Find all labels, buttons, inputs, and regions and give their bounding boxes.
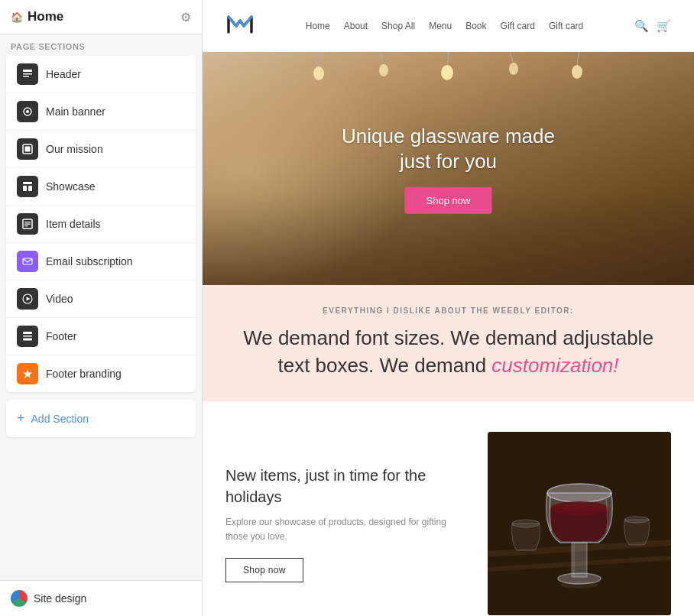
svg-line-27 bbox=[510, 52, 514, 64]
svg-point-30 bbox=[572, 65, 582, 79]
footer-section-label: Footer bbox=[46, 330, 76, 342]
svg-line-23 bbox=[380, 52, 384, 66]
svg-marker-16 bbox=[27, 297, 31, 301]
footer-section-icon bbox=[17, 326, 38, 347]
showcase-shop-now-button[interactable]: Shop now bbox=[225, 558, 303, 582]
item-details-section-label: Item details bbox=[46, 218, 101, 230]
preview-logo bbox=[225, 11, 255, 41]
nav-link-gift-card-2[interactable]: Gift card bbox=[549, 21, 583, 31]
sidebar-item-video[interactable]: Video bbox=[6, 280, 196, 318]
footer-branding-section-icon bbox=[17, 363, 38, 384]
sidebar-item-header[interactable]: Header bbox=[6, 56, 196, 93]
footer-branding-section-label: Footer branding bbox=[46, 368, 122, 380]
sidebar-header: 🏠 Home ⚙ bbox=[0, 0, 202, 34]
svg-rect-12 bbox=[24, 224, 31, 225]
showcase-title: New items, just in time for theholidays bbox=[225, 465, 465, 507]
svg-line-25 bbox=[447, 52, 449, 67]
sidebar-item-item-details[interactable]: Item details bbox=[6, 206, 196, 243]
nav-link-menu[interactable]: Menu bbox=[429, 21, 452, 31]
svg-marker-20 bbox=[23, 369, 32, 378]
our-mission-section-label: Our mission bbox=[46, 143, 103, 155]
gear-icon[interactable]: ⚙ bbox=[180, 10, 191, 24]
sections-label: PAGE SECTIONS bbox=[0, 34, 202, 56]
nav-link-about[interactable]: About bbox=[344, 21, 368, 31]
nav-link-gift-card-1[interactable]: Gift card bbox=[501, 21, 535, 31]
sidebar: 🏠 Home ⚙ PAGE SECTIONS Header Main banne… bbox=[0, 0, 203, 616]
video-section-label: Video bbox=[46, 293, 73, 305]
mission-title: We demand font sizes. We demand adjustab… bbox=[233, 324, 663, 380]
svg-rect-7 bbox=[23, 182, 32, 184]
add-section-button[interactable]: + Add Section bbox=[6, 400, 196, 437]
nav-link-book[interactable]: Book bbox=[465, 21, 486, 31]
svg-point-4 bbox=[26, 110, 29, 113]
svg-rect-1 bbox=[23, 73, 32, 75]
sidebar-item-showcase[interactable]: Showcase bbox=[6, 168, 196, 206]
sections-scroll: Header Main banner Our mission bbox=[0, 56, 202, 580]
main-banner-section-label: Main banner bbox=[46, 105, 105, 118]
showcase-text: New items, just in time for theholidays … bbox=[225, 465, 488, 582]
svg-point-24 bbox=[379, 64, 388, 76]
preview-nav-links: Home About Shop All Menu Book Gift card … bbox=[306, 21, 584, 31]
sidebar-item-footer-branding[interactable]: Footer branding bbox=[6, 355, 196, 392]
add-section-label: Add Section bbox=[31, 413, 89, 425]
mission-section: EVERYTHING I DISLIKE ABOUT THE WEEBLY ED… bbox=[203, 285, 694, 401]
email-subscription-section-icon bbox=[17, 251, 38, 272]
main-preview: Home About Shop All Menu Book Gift card … bbox=[203, 0, 694, 616]
site-design-label: Site design bbox=[34, 592, 86, 605]
svg-point-35 bbox=[550, 501, 608, 515]
video-section-icon bbox=[17, 288, 38, 310]
search-icon[interactable]: 🔍 bbox=[634, 19, 649, 33]
sidebar-item-email-subscription[interactable]: Email subscription bbox=[6, 243, 196, 280]
mission-subtitle: EVERYTHING I DISLIKE ABOUT THE WEEBLY ED… bbox=[233, 306, 663, 315]
hero-content: Unique glassware madejust for you Shop n… bbox=[342, 123, 555, 214]
hero-title: Unique glassware madejust for you bbox=[342, 123, 555, 175]
svg-point-28 bbox=[509, 63, 518, 75]
svg-rect-8 bbox=[23, 186, 27, 191]
showcase-section-label: Showcase bbox=[46, 180, 96, 193]
svg-rect-13 bbox=[24, 225, 28, 226]
svg-point-22 bbox=[313, 66, 324, 80]
cart-icon[interactable]: 🛒 bbox=[657, 19, 671, 33]
showcase-section: New items, just in time for theholidays … bbox=[203, 401, 694, 616]
nav-icons: 🔍 🛒 bbox=[634, 19, 671, 33]
add-section-plus-icon: + bbox=[17, 410, 25, 426]
sidebar-item-our-mission[interactable]: Our mission bbox=[6, 131, 196, 168]
svg-rect-6 bbox=[25, 147, 31, 152]
showcase-description: Explore our showcase of products, design… bbox=[225, 515, 465, 544]
svg-rect-19 bbox=[23, 339, 32, 341]
showcase-section-icon bbox=[17, 176, 38, 197]
svg-point-26 bbox=[441, 65, 453, 80]
header-section-label: Header bbox=[46, 68, 81, 80]
nav-link-home[interactable]: Home bbox=[306, 21, 330, 31]
site-design-icon bbox=[11, 590, 28, 607]
site-design-button[interactable]: Site design bbox=[0, 580, 202, 616]
svg-rect-0 bbox=[23, 70, 32, 72]
page-title: Home bbox=[28, 9, 63, 24]
svg-rect-17 bbox=[23, 332, 32, 334]
preview-nav: Home About Shop All Menu Book Gift card … bbox=[203, 0, 694, 52]
home-icon: 🏠 bbox=[11, 11, 23, 23]
hero-section: Unique glassware madejust for you Shop n… bbox=[203, 52, 694, 285]
svg-point-37 bbox=[560, 581, 598, 588]
sidebar-item-main-banner[interactable]: Main banner bbox=[6, 93, 196, 131]
sections-list: Header Main banner Our mission bbox=[6, 56, 196, 392]
sidebar-item-footer[interactable]: Footer bbox=[6, 318, 196, 355]
email-subscription-section-label: Email subscription bbox=[46, 255, 133, 267]
mission-highlight: customization! bbox=[491, 354, 618, 377]
svg-rect-9 bbox=[28, 186, 32, 191]
svg-rect-18 bbox=[23, 336, 32, 337]
nav-link-shop-all[interactable]: Shop All bbox=[381, 21, 415, 31]
showcase-image bbox=[488, 432, 671, 615]
hero-shop-now-button[interactable]: Shop now bbox=[405, 187, 492, 214]
item-details-section-icon bbox=[17, 213, 38, 235]
header-section-icon bbox=[17, 63, 38, 85]
svg-line-29 bbox=[577, 52, 579, 66]
svg-rect-11 bbox=[24, 222, 31, 222]
svg-rect-2 bbox=[23, 76, 29, 78]
main-banner-section-icon bbox=[17, 101, 38, 122]
our-mission-section-icon bbox=[17, 138, 38, 160]
